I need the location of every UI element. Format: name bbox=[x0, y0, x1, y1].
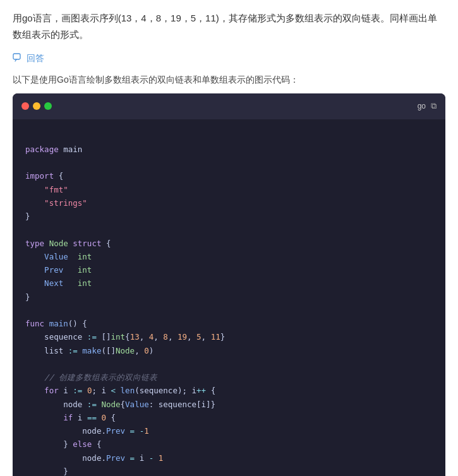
code-line: } else { bbox=[25, 437, 433, 451]
code-line: list := make([]Node, 0) bbox=[25, 344, 433, 357]
question-content: 用go语言，画图表示序列(13，4，8，19，5，11)，其存储形式为多数组表示… bbox=[13, 13, 437, 40]
code-line: node.Prev = -1 bbox=[25, 424, 433, 437]
lang-label: go bbox=[418, 100, 426, 112]
answer-icon bbox=[13, 53, 23, 63]
code-line bbox=[25, 223, 433, 236]
description-text: 以下是使用Go语言绘制多数组表示的双向链表和单数组表示的图示代码： bbox=[13, 73, 445, 86]
code-line: if i == 0 { bbox=[25, 411, 433, 424]
code-line: node.Prev = i - 1 bbox=[25, 451, 433, 465]
question-text: 用go语言，画图表示序列(13，4，8，19，5，11)，其存储形式为多数组表示… bbox=[13, 10, 445, 42]
copy-button[interactable]: ⧉ bbox=[431, 100, 437, 113]
code-body: package main import { "fmt" "strings" } … bbox=[13, 119, 445, 476]
code-line: node := Node{Value: sequence[i]} bbox=[25, 398, 433, 411]
code-line: type Node struct { bbox=[25, 237, 433, 250]
answer-label[interactable]: 回答 bbox=[27, 51, 44, 65]
code-line: } bbox=[25, 290, 433, 304]
code-line: } bbox=[25, 465, 433, 476]
code-line: for i := 0; i < len(sequence); i++ { bbox=[25, 384, 433, 397]
dot-red bbox=[21, 102, 29, 110]
svg-rect-0 bbox=[13, 54, 20, 59]
dot-green bbox=[44, 102, 52, 110]
traffic-lights bbox=[21, 102, 52, 110]
answer-button[interactable]: 回答 bbox=[13, 51, 445, 65]
code-line: import { bbox=[25, 169, 433, 182]
code-line: // 创建多数组表示的双向链表 bbox=[25, 371, 433, 384]
code-line: "strings" bbox=[25, 196, 433, 210]
code-line bbox=[25, 129, 433, 143]
code-line bbox=[25, 357, 433, 371]
code-line: } bbox=[25, 210, 433, 223]
code-line: package main bbox=[25, 143, 433, 156]
page-container: 用go语言，画图表示序列(13，4，8，19，5，11)，其存储形式为多数组表示… bbox=[0, 0, 458, 476]
code-line: Value int bbox=[25, 250, 433, 263]
code-line bbox=[25, 304, 433, 317]
code-line: sequence := []int{13, 4, 8, 19, 5, 11} bbox=[25, 330, 433, 343]
code-titlebar: go ⧉ bbox=[13, 93, 445, 119]
code-line: Next int bbox=[25, 277, 433, 290]
code-line: Prev int bbox=[25, 263, 433, 277]
titlebar-right: go ⧉ bbox=[418, 100, 437, 113]
dot-yellow bbox=[33, 102, 40, 110]
code-window: go ⧉ package main import { "fmt" "string… bbox=[13, 93, 445, 476]
code-line: "fmt" bbox=[25, 183, 433, 196]
description-content: 以下是使用Go语言绘制多数组表示的双向链表和单数组表示的图示代码： bbox=[13, 74, 299, 85]
code-line: func main() { bbox=[25, 317, 433, 330]
code-line bbox=[25, 156, 433, 169]
